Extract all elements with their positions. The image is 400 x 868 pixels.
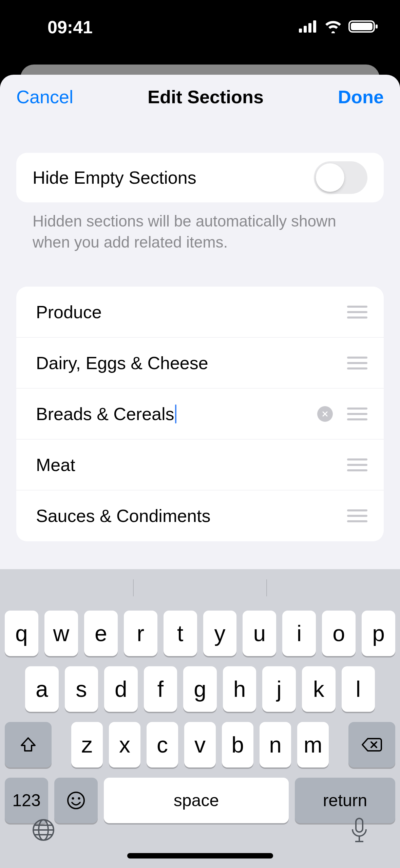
key-n[interactable]: n	[260, 722, 291, 767]
clear-text-icon[interactable]	[317, 406, 333, 422]
key-u[interactable]: u	[243, 611, 276, 656]
drag-handle-icon[interactable]	[347, 509, 367, 523]
dictation-icon[interactable]	[349, 817, 369, 847]
svg-point-8	[72, 797, 74, 800]
home-indicator[interactable]	[127, 853, 273, 858]
key-c[interactable]: c	[147, 722, 178, 767]
wifi-icon	[324, 20, 342, 35]
key-t[interactable]: t	[164, 611, 197, 656]
drag-handle-icon[interactable]	[347, 458, 367, 472]
drag-handle-icon[interactable]	[347, 407, 367, 421]
status-time: 09:41	[0, 14, 93, 37]
key-p[interactable]: p	[362, 611, 395, 656]
key-d[interactable]: d	[104, 666, 138, 712]
svg-rect-3	[313, 20, 316, 33]
svg-point-7	[68, 792, 84, 809]
key-o[interactable]: o	[322, 611, 356, 656]
drag-handle-icon[interactable]	[347, 356, 367, 370]
key-m[interactable]: m	[297, 722, 329, 767]
drag-handle-icon[interactable]	[347, 305, 367, 319]
key-j[interactable]: j	[262, 666, 296, 712]
section-name-input[interactable]: Produce	[36, 302, 347, 322]
cellular-icon	[299, 20, 318, 34]
svg-rect-6	[376, 24, 378, 29]
globe-icon[interactable]	[31, 817, 56, 844]
svg-point-9	[78, 797, 80, 800]
section-name-input[interactable]: Sauces & Condiments	[36, 506, 347, 526]
battery-icon	[348, 20, 378, 35]
key-z[interactable]: z	[71, 722, 103, 767]
key-r[interactable]: r	[124, 611, 157, 656]
key-a[interactable]: a	[25, 666, 59, 712]
shift-key[interactable]	[5, 722, 52, 767]
status-bar: 09:41	[0, 0, 400, 51]
key-b[interactable]: b	[222, 722, 253, 767]
key-s[interactable]: s	[65, 666, 98, 712]
section-row: Produce	[16, 287, 384, 338]
svg-rect-13	[356, 818, 363, 832]
key-x[interactable]: x	[109, 722, 140, 767]
svg-rect-5	[351, 23, 373, 30]
svg-rect-0	[299, 29, 302, 33]
section-row: Meat	[16, 439, 384, 490]
settings-group: Hide Empty Sections	[16, 153, 384, 202]
status-icons	[299, 16, 378, 35]
section-row: Sauces & Condiments	[16, 490, 384, 541]
key-y[interactable]: y	[203, 611, 237, 656]
key-l[interactable]: l	[342, 666, 375, 712]
key-i[interactable]: i	[282, 611, 316, 656]
section-name-input[interactable]: Dairy, Eggs & Cheese	[36, 353, 347, 373]
hide-empty-sections-row: Hide Empty Sections	[16, 153, 384, 202]
svg-rect-2	[308, 23, 311, 33]
key-v[interactable]: v	[184, 722, 216, 767]
key-q[interactable]: q	[5, 611, 38, 656]
key-w[interactable]: w	[44, 611, 78, 656]
cancel-button[interactable]: Cancel	[16, 86, 73, 107]
section-name-input[interactable]: Breads & Cereals	[36, 404, 317, 424]
page-title: Edit Sections	[148, 86, 264, 107]
section-row: Breads & Cereals	[16, 388, 384, 439]
hide-empty-sections-label: Hide Empty Sections	[33, 167, 314, 188]
done-button[interactable]: Done	[338, 86, 384, 107]
svg-rect-1	[304, 26, 307, 33]
key-e[interactable]: e	[84, 611, 118, 656]
navigation-bar: Cancel Edit Sections Done	[0, 75, 400, 119]
keyboard: qwertyuiop asdfghjkl zxcvbnm 123 space	[0, 569, 400, 868]
key-g[interactable]: g	[183, 666, 217, 712]
sections-group: ProduceDairy, Eggs & CheeseBreads & Cere…	[16, 287, 384, 541]
section-name-input[interactable]: Meat	[36, 455, 347, 475]
keyboard-suggestion-bar[interactable]	[0, 569, 400, 607]
key-k[interactable]: k	[302, 666, 336, 712]
key-f[interactable]: f	[144, 666, 177, 712]
hide-empty-sections-toggle[interactable]	[314, 161, 367, 194]
key-h[interactable]: h	[223, 666, 256, 712]
section-row: Dairy, Eggs & Cheese	[16, 338, 384, 388]
delete-key[interactable]	[348, 722, 395, 767]
hide-empty-footer: Hidden sections will be automatically sh…	[16, 202, 384, 253]
